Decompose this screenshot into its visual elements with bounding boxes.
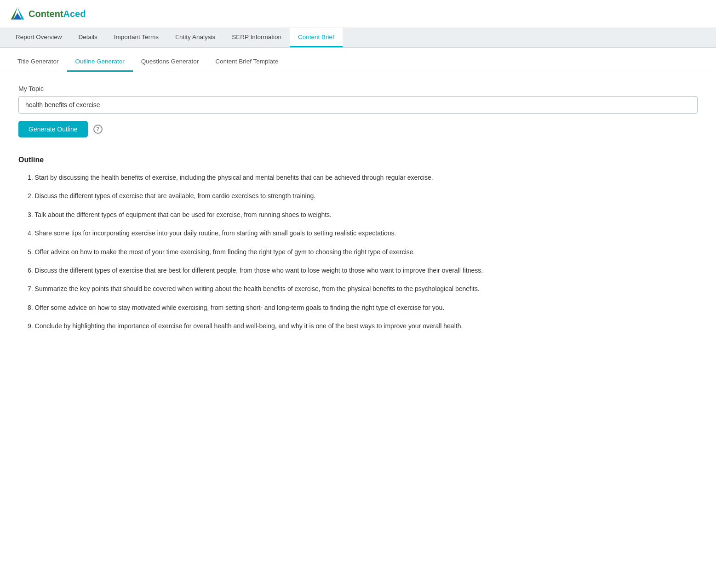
outline-section: Outline 1. Start by discussing the healt… <box>18 156 698 331</box>
app-header: ContentAced <box>0 0 716 28</box>
sub-navigation: Title Generator Outline Generator Questi… <box>0 48 716 72</box>
top-nav-report-overview[interactable]: Report Overview <box>7 28 70 47</box>
main-content: My Topic Generate Outline ? Outline 1. S… <box>0 72 716 353</box>
outline-list-item: 6. Discuss the different types of exerci… <box>28 265 698 275</box>
top-nav-content-brief[interactable]: Content Brief <box>290 28 343 47</box>
sub-nav-content-brief-template[interactable]: Content Brief Template <box>207 54 286 72</box>
help-icon[interactable]: ? <box>93 125 103 134</box>
outline-list-item: 2. Discuss the different types of exerci… <box>28 191 698 201</box>
outline-list-item: 8. Offer some advice on how to stay moti… <box>28 303 698 313</box>
outline-list-item: 7. Summarize the key points that should … <box>28 284 698 294</box>
generate-outline-button[interactable]: Generate Outline <box>18 121 88 137</box>
action-row: Generate Outline ? <box>18 121 698 137</box>
logo: ContentAced <box>9 6 86 22</box>
top-nav-important-terms[interactable]: Important Terms <box>106 28 167 47</box>
sub-nav-title-generator[interactable]: Title Generator <box>9 54 67 72</box>
outline-list-item: 5. Offer advice on how to make the most … <box>28 247 698 257</box>
top-nav-entity-analysis[interactable]: Entity Analysis <box>167 28 223 47</box>
outline-title: Outline <box>18 156 698 164</box>
topic-input[interactable] <box>18 96 698 114</box>
top-nav-serp-information[interactable]: SERP Information <box>223 28 290 47</box>
logo-text: ContentAced <box>29 9 86 19</box>
logo-icon <box>9 6 26 22</box>
sub-nav-questions-generator[interactable]: Questions Generator <box>133 54 207 72</box>
topic-label: My Topic <box>18 85 698 92</box>
top-nav-details[interactable]: Details <box>70 28 106 47</box>
outline-list-item: 1. Start by discussing the health benefi… <box>28 172 698 183</box>
top-navigation: Report Overview Details Important Terms … <box>0 28 716 48</box>
outline-list-item: 9. Conclude by highlighting the importan… <box>28 321 698 331</box>
outline-list: 1. Start by discussing the health benefi… <box>28 172 698 331</box>
outline-list-item: 4. Share some tips for incorporating exe… <box>28 228 698 238</box>
outline-list-item: 3. Talk about the different types of equ… <box>28 210 698 220</box>
sub-nav-outline-generator[interactable]: Outline Generator <box>67 54 133 72</box>
